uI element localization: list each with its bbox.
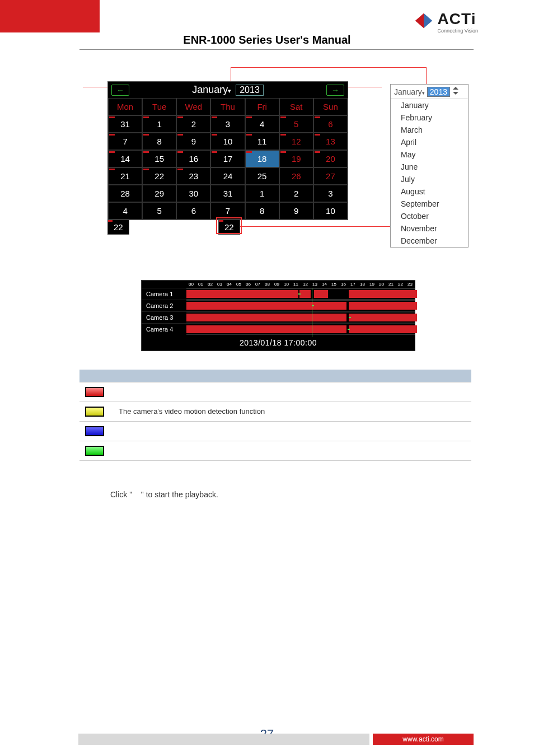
calendar-dow: Sun	[313, 98, 348, 115]
calendar-day[interactable]: 3	[210, 115, 245, 133]
calendar-day[interactable]: 5	[142, 202, 176, 220]
calendar-day[interactable]: 21	[108, 167, 142, 185]
calendar-day[interactable]: 9	[176, 133, 210, 150]
legend-description	[113, 382, 471, 402]
calendar-day[interactable]: 15	[142, 150, 176, 167]
calendar-day[interactable]: 2	[279, 185, 313, 202]
calendar-day[interactable]: 31	[108, 115, 142, 133]
calendar-day[interactable]: 8	[142, 133, 176, 150]
month-dropdown-item[interactable]: February	[391, 111, 468, 124]
calendar-day[interactable]: 23	[176, 167, 210, 185]
month-dropdown-item[interactable]: November	[391, 222, 468, 235]
calendar-day[interactable]: 11	[245, 133, 279, 150]
calendar-day[interactable]: 1	[245, 185, 279, 202]
calendar-day[interactable]: 25	[245, 167, 279, 185]
calendar-day[interactable]: 5	[279, 115, 313, 133]
calendar-day[interactable]: 29	[142, 185, 176, 202]
timeline-hour-label: 00	[186, 282, 196, 287]
timeline-hour-label: 11	[291, 282, 301, 287]
footer-url: www.acti.com	[373, 734, 474, 745]
timeline-segment	[186, 314, 278, 321]
month-dropdown-item[interactable]: April	[391, 136, 468, 148]
month-dropdown-item[interactable]: September	[391, 198, 468, 210]
legend-description	[113, 441, 471, 460]
calendar-day[interactable]: 8	[245, 202, 279, 220]
calendar-year-box[interactable]: 2013	[236, 85, 264, 96]
calendar-day[interactable]: 14	[108, 150, 142, 167]
calendar-day[interactable]: 22	[142, 167, 176, 185]
timeline-row: Camera 3	[142, 311, 415, 323]
timeline-row: Camera 1	[142, 288, 415, 300]
calendar-day[interactable]: 12	[279, 133, 313, 150]
timeline-hour-label: 18	[358, 282, 367, 287]
timeline-timestamp: 2013/01/18 17:00:00	[142, 335, 415, 351]
timeline-segment	[186, 302, 278, 310]
calendar-day[interactable]: 19	[279, 150, 313, 167]
calendar-day[interactable]: 6	[313, 115, 348, 133]
calendar-prev-button[interactable]: ←	[111, 85, 129, 96]
timeline-bar[interactable]	[186, 324, 415, 335]
timeline-camera-label: Camera 4	[142, 324, 186, 335]
timeline-bar[interactable]	[186, 312, 415, 323]
calendar-day[interactable]: 31	[210, 185, 245, 202]
calendar-day[interactable]: 20	[313, 150, 348, 167]
timeline-hour-label: 15	[329, 282, 339, 287]
calendar-day[interactable]: 28	[108, 185, 142, 202]
calendar-day[interactable]: 17	[210, 150, 245, 167]
month-dropdown-item[interactable]: December	[391, 235, 468, 247]
calendar-day[interactable]: 10	[313, 202, 348, 220]
month-dropdown-item[interactable]: July	[391, 173, 468, 185]
calendar-day[interactable]: 1	[142, 115, 176, 133]
legend-row: The camera's video motion detection func…	[79, 402, 471, 421]
timeline-camera-label: Camera 3	[142, 312, 186, 323]
calendar-day[interactable]: 16	[176, 150, 210, 167]
timeline-hour-label: 04	[224, 282, 234, 287]
timeline-cursor[interactable]	[312, 288, 312, 337]
timeline-hour-label: 06	[243, 282, 253, 287]
calendar-day[interactable]: 10	[210, 133, 245, 150]
calendar-month-label[interactable]: January▾	[192, 84, 231, 96]
month-dropdown-item[interactable]: August	[391, 185, 468, 198]
legend-description	[113, 421, 471, 441]
calendar-day[interactable]: 27	[313, 167, 348, 185]
calendar-day[interactable]: 24	[210, 167, 245, 185]
timeline-segment	[314, 290, 327, 298]
calendar-day[interactable]: 4	[245, 115, 279, 133]
calendar-day[interactable]: 2	[176, 115, 210, 133]
calendar-next-button[interactable]: →	[326, 85, 344, 96]
timeline-hour-label: 10	[282, 282, 291, 287]
calendar-day[interactable]: 13	[313, 133, 348, 150]
month-dropdown-item[interactable]: March	[391, 124, 468, 136]
timeline-green-dot	[348, 329, 350, 330]
calendar-day[interactable]: 9	[279, 202, 313, 220]
calendar-dow: Wed	[176, 98, 210, 115]
timeline-segment	[349, 325, 417, 333]
month-dropdown-month[interactable]: January▾	[394, 87, 425, 96]
month-dropdown-item[interactable]: October	[391, 210, 468, 222]
calendar-day[interactable]: 4	[108, 202, 142, 220]
timeline-hour-label: 09	[272, 282, 282, 287]
timeline-hour-label: 17	[348, 282, 358, 287]
calendar-day[interactable]: 18	[245, 150, 279, 167]
timeline-row: Camera 2	[142, 300, 415, 311]
legend-swatch-icon	[85, 426, 104, 436]
month-dropdown-item[interactable]: January	[391, 99, 468, 111]
timeline-green-dot	[298, 293, 301, 295]
month-dropdown-item[interactable]: May	[391, 148, 468, 161]
calendar-day[interactable]: 26	[279, 167, 313, 185]
timeline-hour-label: 12	[301, 282, 310, 287]
day-badge-left: 22	[107, 220, 129, 235]
timeline-bar[interactable]	[186, 300, 415, 311]
calendar-day[interactable]: 6	[176, 202, 210, 220]
timeline-green-dot	[349, 317, 351, 318]
month-dropdown-year[interactable]: 2013	[427, 87, 450, 97]
timeline-hour-label: 19	[367, 282, 377, 287]
timeline-bar[interactable]	[186, 288, 415, 300]
calendar-day[interactable]: 30	[176, 185, 210, 202]
calendar-day[interactable]: 7	[108, 133, 142, 150]
document-title: ENR-1000 Series User's Manual	[0, 34, 534, 46]
year-spinner-icon[interactable]	[452, 86, 459, 97]
brand-name: ACTi	[438, 10, 478, 28]
month-dropdown-item[interactable]: June	[391, 161, 468, 173]
calendar-day[interactable]: 3	[313, 185, 348, 202]
